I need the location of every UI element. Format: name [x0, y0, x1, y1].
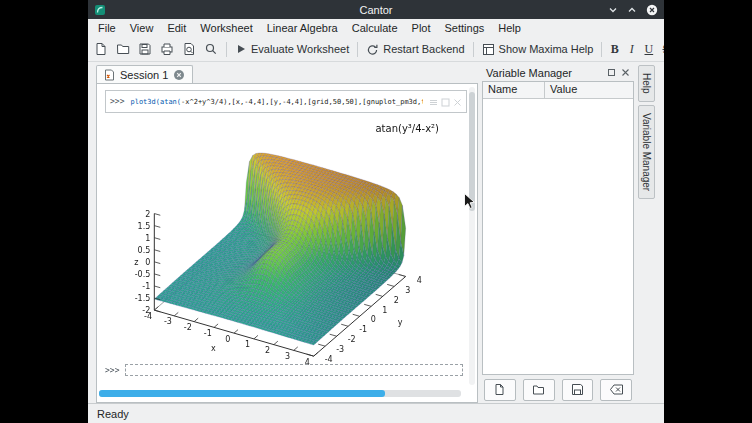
variable-table: Name Value: [482, 81, 634, 375]
entry-remove-icon[interactable]: [453, 92, 462, 111]
side-tab-variable-manager[interactable]: Variable Manager: [638, 105, 655, 199]
worksheet-column: Session 1 >>> plot3d(atan(-x^2+y^3/4),[x…: [96, 64, 478, 403]
entry-collapse-icon[interactable]: [441, 92, 450, 111]
plot-result: atan(y³/4-x²): [105, 117, 467, 375]
format-italic-button[interactable]: I: [624, 40, 639, 59]
command-code[interactable]: plot3d(atan(-x^2+y^3/4),[x,-4,4],[y,-4,4…: [130, 98, 423, 106]
horizontal-scrollbar-thumb[interactable]: [99, 390, 385, 397]
tabbar: Session 1: [96, 64, 478, 83]
status-text: Ready: [97, 408, 129, 420]
side-tab-strip: HelpVariable Manager: [638, 64, 662, 403]
zoom-button[interactable]: [201, 40, 221, 58]
minimize-button[interactable]: [608, 5, 618, 15]
print-preview-button[interactable]: [179, 40, 199, 58]
empty-entry[interactable]: >>>: [105, 364, 463, 376]
save-variables-button[interactable]: [562, 379, 594, 401]
main-content: Session 1 >>> plot3d(atan(-x^2+y^3/4),[x…: [88, 62, 664, 403]
variable-manager-header[interactable]: Variable Manager: [482, 64, 634, 81]
help-panel-icon: [482, 43, 495, 56]
tab-label: Session 1: [120, 69, 168, 81]
menu-item-linear-algebra[interactable]: Linear Algebra: [260, 21, 345, 35]
titlebar[interactable]: Cantor: [88, 0, 664, 19]
command-entry[interactable]: >>> plot3d(atan(-x^2+y^3/4),[x,-4,4],[y,…: [105, 90, 467, 113]
close-button[interactable]: [646, 4, 658, 16]
mouse-cursor: [463, 192, 476, 211]
column-header-value[interactable]: Value: [545, 82, 633, 98]
code-segment: atan(: [160, 98, 181, 106]
load-variables-button[interactable]: [523, 379, 555, 401]
worksheet-view[interactable]: >>> plot3d(atan(-x^2+y^3/4),[x,-4,4],[y,…: [96, 83, 478, 403]
float-panel-icon[interactable]: [607, 67, 616, 79]
entry-placeholder[interactable]: [125, 364, 463, 376]
menu-item-settings[interactable]: Settings: [438, 21, 492, 35]
evaluate-worksheet-button[interactable]: Evaluate Worksheet: [232, 41, 352, 57]
format-bold-button[interactable]: B: [607, 40, 622, 59]
menu-item-calculate[interactable]: Calculate: [345, 21, 405, 35]
menubar: FileViewEditWorksheetLinear AlgebraCalcu…: [88, 19, 664, 37]
menu-item-worksheet[interactable]: Worksheet: [193, 21, 259, 35]
tab-session-1[interactable]: Session 1: [96, 65, 193, 83]
code-segment: -x^2+y^3/4),[x,-4,4],[y,-4,4],[grid,50,5…: [181, 98, 421, 106]
run-icon: [235, 43, 247, 55]
variable-table-body: [483, 99, 633, 374]
worksheet-icon: [104, 69, 115, 81]
horizontal-scrollbar[interactable]: [99, 390, 461, 397]
new-variable-button[interactable]: [484, 379, 516, 401]
restart-backend-label: Restart Backend: [383, 43, 464, 55]
show-maxima-help-label: Show Maxima Help: [499, 43, 594, 55]
code-segment: true: [421, 98, 423, 106]
command-prompt: >>>: [110, 97, 124, 106]
menu-item-view[interactable]: View: [123, 21, 161, 35]
variable-manager-buttons: [482, 375, 634, 403]
plot3d-canvas: [126, 117, 446, 365]
menu-item-file[interactable]: File: [91, 21, 123, 35]
clear-variables-button[interactable]: [600, 379, 632, 401]
restart-backend-button[interactable]: Restart Backend: [363, 41, 467, 58]
variable-table-header: Name Value: [483, 82, 633, 99]
print-button[interactable]: [157, 40, 177, 58]
entry-menu-icon[interactable]: [429, 92, 438, 111]
side-tab-help[interactable]: Help: [638, 65, 655, 102]
column-header-name[interactable]: Name: [483, 82, 545, 98]
evaluate-worksheet-label: Evaluate Worksheet: [251, 43, 349, 55]
toolbar: Evaluate Worksheet Restart Backend Show …: [88, 37, 664, 62]
vertical-scrollbar[interactable]: [469, 87, 475, 385]
plot-title: atan(y³/4-x²): [375, 123, 439, 134]
window-title: Cantor: [88, 4, 664, 16]
statusbar: Ready: [88, 403, 664, 423]
show-maxima-help-button[interactable]: Show Maxima Help: [479, 41, 597, 58]
save-button[interactable]: [135, 40, 155, 58]
format-underline-button[interactable]: U: [641, 40, 656, 59]
screen: Cantor FileViewEditWorksheetLinear Algeb…: [0, 0, 752, 423]
open-button[interactable]: [113, 40, 133, 58]
cantor-window: Cantor FileViewEditWorksheetLinear Algeb…: [88, 0, 664, 423]
menu-item-plot[interactable]: Plot: [405, 21, 438, 35]
restart-icon: [366, 43, 379, 56]
variable-manager-panel: Variable Manager Name Value: [482, 64, 634, 403]
maximize-button[interactable]: [627, 5, 637, 15]
menu-item-help[interactable]: Help: [491, 21, 528, 35]
close-panel-icon[interactable]: [621, 67, 630, 79]
menu-item-edit[interactable]: Edit: [160, 21, 193, 35]
variable-manager-title: Variable Manager: [486, 67, 572, 79]
new-worksheet-button[interactable]: [91, 40, 111, 58]
format-strike-button[interactable]: S: [658, 40, 664, 59]
empty-entry-prompt: >>>: [105, 366, 119, 375]
format-buttons: BIUST⁺: [607, 40, 664, 59]
tab-close-icon[interactable]: [173, 69, 185, 81]
code-segment: plot3d(: [130, 98, 160, 106]
